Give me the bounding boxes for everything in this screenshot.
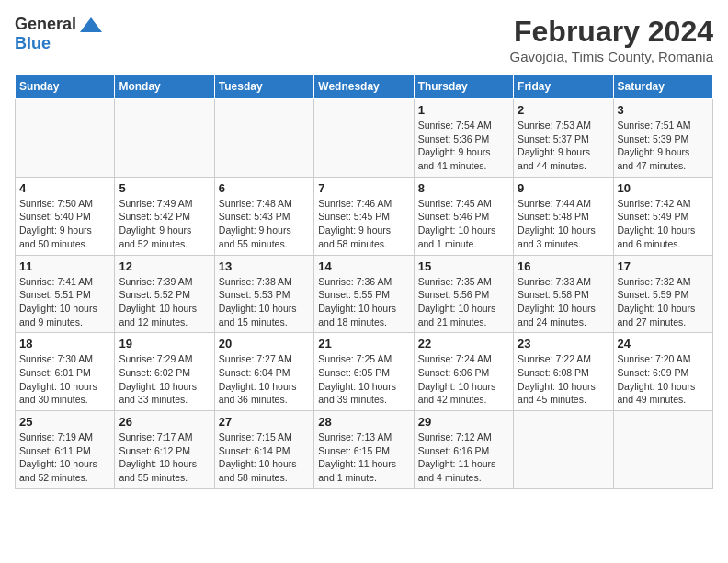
header: General Blue February 2024 Gavojdia, Tim… xyxy=(15,15,713,64)
day-info: Sunrise: 7:27 AM Sunset: 6:04 PM Dayligh… xyxy=(219,352,310,407)
day-info: Sunrise: 7:53 AM Sunset: 5:37 PM Dayligh… xyxy=(518,119,609,173)
title-area: February 2024 Gavojdia, Timis County, Ro… xyxy=(510,15,713,64)
calendar-cell: 8Sunrise: 7:45 AM Sunset: 5:46 PM Daylig… xyxy=(414,177,513,255)
day-number: 16 xyxy=(518,259,609,273)
day-number: 29 xyxy=(418,415,509,429)
calendar-cell: 17Sunrise: 7:32 AM Sunset: 5:59 PM Dayli… xyxy=(613,255,712,333)
calendar-cell: 27Sunrise: 7:15 AM Sunset: 6:14 PM Dayli… xyxy=(214,411,313,489)
logo-icon xyxy=(78,16,104,34)
calendar-cell: 13Sunrise: 7:38 AM Sunset: 5:53 PM Dayli… xyxy=(214,255,313,333)
day-number: 23 xyxy=(518,337,609,350)
day-number: 22 xyxy=(418,337,509,350)
calendar-cell: 16Sunrise: 7:33 AM Sunset: 5:58 PM Dayli… xyxy=(514,255,613,333)
day-info: Sunrise: 7:24 AM Sunset: 6:06 PM Dayligh… xyxy=(418,352,509,407)
day-info: Sunrise: 7:48 AM Sunset: 5:43 PM Dayligh… xyxy=(219,197,310,251)
calendar-week-row: 25Sunrise: 7:19 AM Sunset: 6:11 PM Dayli… xyxy=(16,411,713,489)
day-number: 21 xyxy=(318,337,409,350)
day-info: Sunrise: 7:54 AM Sunset: 5:36 PM Dayligh… xyxy=(418,119,509,173)
calendar-cell: 20Sunrise: 7:27 AM Sunset: 6:04 PM Dayli… xyxy=(214,333,313,411)
calendar-cell xyxy=(16,99,115,178)
day-info: Sunrise: 7:45 AM Sunset: 5:46 PM Dayligh… xyxy=(418,197,509,251)
day-info: Sunrise: 7:36 AM Sunset: 5:55 PM Dayligh… xyxy=(318,275,409,329)
calendar-table: SundayMondayTuesdayWednesdayThursdayFrid… xyxy=(15,74,713,489)
calendar-week-row: 18Sunrise: 7:30 AM Sunset: 6:01 PM Dayli… xyxy=(16,333,713,411)
header-thursday: Thursday xyxy=(414,75,513,99)
day-number: 24 xyxy=(618,337,709,350)
calendar-cell: 5Sunrise: 7:49 AM Sunset: 5:42 PM Daylig… xyxy=(115,177,214,255)
day-info: Sunrise: 7:44 AM Sunset: 5:48 PM Dayligh… xyxy=(518,197,609,251)
day-number: 27 xyxy=(219,415,310,429)
calendar-week-row: 4Sunrise: 7:50 AM Sunset: 5:40 PM Daylig… xyxy=(16,177,713,255)
day-number: 18 xyxy=(19,337,110,350)
calendar-cell: 19Sunrise: 7:29 AM Sunset: 6:02 PM Dayli… xyxy=(115,333,214,411)
day-number: 3 xyxy=(618,103,709,117)
day-number: 12 xyxy=(119,259,210,273)
calendar-cell xyxy=(115,99,214,178)
day-info: Sunrise: 7:19 AM Sunset: 6:11 PM Dayligh… xyxy=(19,431,110,485)
calendar-cell: 4Sunrise: 7:50 AM Sunset: 5:40 PM Daylig… xyxy=(16,177,115,255)
calendar-cell xyxy=(514,411,613,489)
day-info: Sunrise: 7:20 AM Sunset: 6:09 PM Dayligh… xyxy=(618,352,709,407)
day-info: Sunrise: 7:42 AM Sunset: 5:49 PM Dayligh… xyxy=(618,197,709,251)
calendar-cell: 28Sunrise: 7:13 AM Sunset: 6:15 PM Dayli… xyxy=(314,411,414,489)
calendar-cell: 1Sunrise: 7:54 AM Sunset: 5:36 PM Daylig… xyxy=(414,99,513,178)
calendar-week-row: 1Sunrise: 7:54 AM Sunset: 5:36 PM Daylig… xyxy=(16,99,713,178)
day-info: Sunrise: 7:12 AM Sunset: 6:16 PM Dayligh… xyxy=(418,431,509,485)
calendar-cell: 14Sunrise: 7:36 AM Sunset: 5:55 PM Dayli… xyxy=(314,255,414,333)
day-info: Sunrise: 7:22 AM Sunset: 6:08 PM Dayligh… xyxy=(518,352,609,407)
day-number: 14 xyxy=(318,259,409,273)
day-number: 5 xyxy=(119,181,210,195)
calendar-cell: 29Sunrise: 7:12 AM Sunset: 6:16 PM Dayli… xyxy=(414,411,513,489)
day-number: 26 xyxy=(119,415,210,429)
header-wednesday: Wednesday xyxy=(314,75,414,99)
day-info: Sunrise: 7:38 AM Sunset: 5:53 PM Dayligh… xyxy=(219,275,310,329)
calendar-cell: 24Sunrise: 7:20 AM Sunset: 6:09 PM Dayli… xyxy=(613,333,712,411)
day-number: 28 xyxy=(318,415,409,429)
day-number: 2 xyxy=(518,103,609,117)
day-number: 25 xyxy=(19,415,110,429)
calendar-cell: 7Sunrise: 7:46 AM Sunset: 5:45 PM Daylig… xyxy=(314,177,414,255)
day-number: 20 xyxy=(219,337,310,350)
day-info: Sunrise: 7:15 AM Sunset: 6:14 PM Dayligh… xyxy=(219,431,310,485)
calendar-cell: 9Sunrise: 7:44 AM Sunset: 5:48 PM Daylig… xyxy=(514,177,613,255)
calendar-cell xyxy=(613,411,712,489)
day-info: Sunrise: 7:51 AM Sunset: 5:39 PM Dayligh… xyxy=(618,119,709,173)
logo: General Blue xyxy=(15,15,104,53)
svg-marker-0 xyxy=(80,17,102,32)
calendar-cell xyxy=(214,99,313,178)
calendar-header-row: SundayMondayTuesdayWednesdayThursdayFrid… xyxy=(16,75,713,99)
calendar-cell: 6Sunrise: 7:48 AM Sunset: 5:43 PM Daylig… xyxy=(214,177,313,255)
day-number: 7 xyxy=(318,181,409,195)
day-info: Sunrise: 7:30 AM Sunset: 6:01 PM Dayligh… xyxy=(19,352,110,407)
logo-blue-text: Blue xyxy=(15,34,51,53)
day-info: Sunrise: 7:46 AM Sunset: 5:45 PM Dayligh… xyxy=(318,197,409,251)
calendar-cell: 10Sunrise: 7:42 AM Sunset: 5:49 PM Dayli… xyxy=(613,177,712,255)
day-info: Sunrise: 7:33 AM Sunset: 5:58 PM Dayligh… xyxy=(518,275,609,329)
month-title: February 2024 xyxy=(510,15,713,49)
calendar-cell: 26Sunrise: 7:17 AM Sunset: 6:12 PM Dayli… xyxy=(115,411,214,489)
day-number: 4 xyxy=(19,181,110,195)
day-info: Sunrise: 7:39 AM Sunset: 5:52 PM Dayligh… xyxy=(119,275,210,329)
header-saturday: Saturday xyxy=(613,75,712,99)
header-sunday: Sunday xyxy=(16,75,115,99)
day-info: Sunrise: 7:41 AM Sunset: 5:51 PM Dayligh… xyxy=(19,275,110,329)
day-number: 6 xyxy=(219,181,310,195)
day-info: Sunrise: 7:25 AM Sunset: 6:05 PM Dayligh… xyxy=(318,352,409,407)
calendar-cell: 3Sunrise: 7:51 AM Sunset: 5:39 PM Daylig… xyxy=(613,99,712,178)
day-info: Sunrise: 7:49 AM Sunset: 5:42 PM Dayligh… xyxy=(119,197,210,251)
day-number: 10 xyxy=(618,181,709,195)
day-number: 15 xyxy=(418,259,509,273)
day-number: 8 xyxy=(418,181,509,195)
header-tuesday: Tuesday xyxy=(214,75,313,99)
day-info: Sunrise: 7:50 AM Sunset: 5:40 PM Dayligh… xyxy=(19,197,110,251)
calendar-cell: 21Sunrise: 7:25 AM Sunset: 6:05 PM Dayli… xyxy=(314,333,414,411)
header-friday: Friday xyxy=(514,75,613,99)
day-info: Sunrise: 7:35 AM Sunset: 5:56 PM Dayligh… xyxy=(418,275,509,329)
calendar-cell: 12Sunrise: 7:39 AM Sunset: 5:52 PM Dayli… xyxy=(115,255,214,333)
location-subtitle: Gavojdia, Timis County, Romania xyxy=(510,49,713,64)
day-info: Sunrise: 7:13 AM Sunset: 6:15 PM Dayligh… xyxy=(318,431,409,485)
day-info: Sunrise: 7:29 AM Sunset: 6:02 PM Dayligh… xyxy=(119,352,210,407)
calendar-cell: 15Sunrise: 7:35 AM Sunset: 5:56 PM Dayli… xyxy=(414,255,513,333)
day-number: 11 xyxy=(19,259,110,273)
day-info: Sunrise: 7:32 AM Sunset: 5:59 PM Dayligh… xyxy=(618,275,709,329)
